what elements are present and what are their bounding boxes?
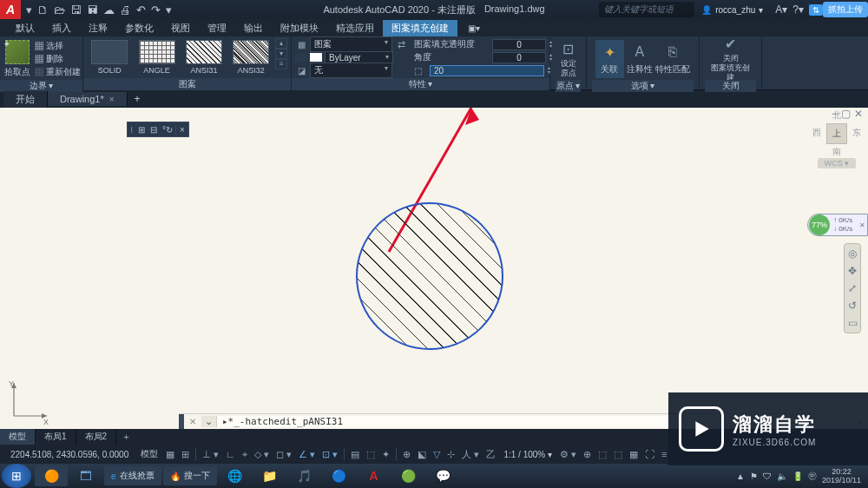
tray-flag-icon[interactable]: ⚑ [750,472,758,481]
navigation-bar[interactable]: ◎ ✥ ⤢ ↺ ▭ [844,243,861,333]
qat-more-icon[interactable]: ▾ [166,3,172,16]
wcs-dropdown[interactable]: WCS ▾ [818,158,857,168]
ctx-icon[interactable]: ⊟ [148,125,160,135]
layout-1[interactable]: 布局1 [36,429,76,445]
undo-icon[interactable]: ↶ [136,3,146,16]
autocad-icon[interactable]: A [358,465,391,486]
ctx-icon[interactable]: ⊞ [135,125,148,135]
new-tab-button[interactable]: + [128,93,148,105]
select-button[interactable]: ▦ 选择 [35,40,81,52]
infer-constraints-toggle[interactable]: ⊥ ▾ [200,447,221,462]
otrack-toggle[interactable]: ∠ ▾ [296,447,318,462]
tab-default[interactable]: 默认 [7,20,43,36]
plot-icon[interactable]: 🖨 [120,3,131,16]
associative-button[interactable]: ✦关联 [595,40,624,78]
transparency-toggle[interactable]: ▤ [348,447,362,462]
panel-label-pattern[interactable]: 图案 [83,78,291,90]
context-toolbar[interactable]: ⁞ ⊞ ⊟ °↻ × [127,122,189,137]
layout-2[interactable]: 布局2 [76,429,117,445]
close-tab-icon[interactable]: × [109,95,115,104]
annotative-button[interactable]: Α注释性 [626,40,654,78]
match-properties-button[interactable]: ⎘特性匹配 [655,40,690,78]
tab-start[interactable]: 开始 [3,91,48,108]
upload-button[interactable]: 抓拍上传 [823,2,868,17]
redo-icon[interactable]: ↷ [151,3,161,16]
annotation-scale[interactable]: 1:1 / 100% ▾ [500,450,556,459]
drawing-canvas[interactable]: −▢✕ ⁞ ⊞ ⊟ °↻ × Y X 北 南 西 东 上 WCS ▾ 77% [0,108,868,435]
tray-network-icon[interactable]: 🔈 [777,472,787,481]
dyn-input-toggle[interactable]: ⊕ [400,447,413,462]
system-tray[interactable]: ▲ ⚑ 🛡 🔈 🔋 ㊥ 20:222019/10/11 [736,467,866,485]
tab-focus-icon[interactable]: ▣▾ [459,22,489,35]
3dosnap-toggle[interactable]: ✦ [379,447,392,462]
transparency-input[interactable]: 0 [492,39,546,50]
pattern-angle-button[interactable]: ANGLE [134,38,179,76]
ctx-icon[interactable]: °↻ [160,125,175,135]
qqmusic-icon[interactable]: 🎵 [288,465,321,486]
tab-featured[interactable]: 精选应用 [327,20,383,36]
task-ticketing[interactable]: e在线抢票 [104,466,161,485]
tray-ime-icon[interactable]: ㊥ [808,470,817,482]
hardware-accel-toggle[interactable]: ⬚ [611,447,625,462]
cmdline-options-icon[interactable]: ⌄ [201,416,217,427]
model-space-button[interactable]: 模型 [137,448,161,460]
remove-button[interactable]: ▦ 删除 [35,53,81,65]
tab-insert[interactable]: 插入 [43,20,80,36]
pan-icon[interactable]: ✥ [848,265,857,277]
snap-toggle[interactable]: ⊞ [179,447,192,462]
filter-toggle[interactable]: ▽ [431,447,443,462]
isolate-toggle[interactable]: ▦ [627,447,641,462]
pattern-type-dropdown[interactable]: 图案▾ [310,36,392,52]
menu-icon[interactable]: ▾ [26,3,32,16]
pattern-ansi32-button[interactable]: ANSI32 [228,38,273,76]
annoscale-toggle[interactable]: 乙 [483,446,498,463]
cloud-sync-icon[interactable]: ⇅ [809,4,823,16]
lineweight-toggle[interactable]: ⊡ ▾ [319,447,340,462]
full-nav-wheel-icon[interactable]: ◎ [848,247,857,260]
tab-parametric[interactable]: 参数化 [116,20,162,36]
ucs-icon[interactable]: Y X [9,381,49,425]
start-button[interactable]: ⊞ [2,464,31,488]
units-toggle[interactable]: ⬚ [595,447,609,462]
tab-drawing1[interactable]: Drawing1*× [48,92,128,106]
scale-input[interactable]: 20 [430,65,544,76]
add-layout-button[interactable]: + [116,432,135,442]
osnap-toggle[interactable]: ◻ ▾ [273,447,294,462]
angle-input[interactable]: 0 [492,52,546,63]
workspace-toggle[interactable]: ⚙ ▾ [557,447,579,462]
annotation-monitor-toggle[interactable]: ⊕ [581,447,594,462]
polar-toggle[interactable]: ⌖ [240,447,250,462]
orbit-icon[interactable]: ↺ [848,300,857,312]
grid-toggle[interactable]: ▦ [163,447,177,462]
pattern-solid-button[interactable]: SOLID [87,38,132,76]
tray-up-icon[interactable]: ▲ [736,472,745,481]
tab-annotate[interactable]: 注释 [80,20,116,36]
zoom-extents-icon[interactable]: ⤢ [848,282,857,294]
cloud-icon[interactable]: ☁ [103,3,115,16]
wechat-icon[interactable]: 💬 [427,465,460,486]
show-motion-icon[interactable]: ▭ [848,317,858,329]
open-icon[interactable]: 🗁 [54,3,65,16]
set-origin-button[interactable]: ⊡ 设定原点 [559,40,578,78]
swap-icon[interactable]: ⇄ [395,39,407,50]
save-icon[interactable]: 🖫 [70,3,82,16]
pattern-scrollbar[interactable]: ▴▾≡ [275,38,287,69]
ctx-icon[interactable]: ⁞ [128,125,135,135]
chrome2-icon[interactable]: 🟢 [392,465,425,486]
selection-cycling-toggle[interactable]: ⬚ [364,447,378,462]
new-icon[interactable]: 🗋 [37,3,49,16]
tray-battery-icon[interactable]: 🔋 [792,472,803,481]
clock[interactable]: 20:222019/10/11 [822,467,861,485]
view-cube[interactable]: 北 南 西 东 上 WCS ▾ [816,113,858,168]
app-logo-icon[interactable]: A [0,0,21,19]
ctx-close-icon[interactable]: × [175,125,188,135]
hatched-circle[interactable] [356,202,503,350]
tray-shield-icon[interactable]: 🛡 [763,472,772,481]
explorer-icon[interactable]: 🗔 [69,465,102,486]
app-360-icon[interactable]: 🟠 [35,465,68,486]
tab-view[interactable]: 视图 [162,20,199,36]
chrome-icon[interactable]: 🔵 [323,465,356,486]
saveas-icon[interactable]: 🖬 [87,3,98,16]
panel-label-origin[interactable]: 原点 ▾ [556,80,581,92]
a360-icon[interactable]: A▾ [775,3,787,16]
